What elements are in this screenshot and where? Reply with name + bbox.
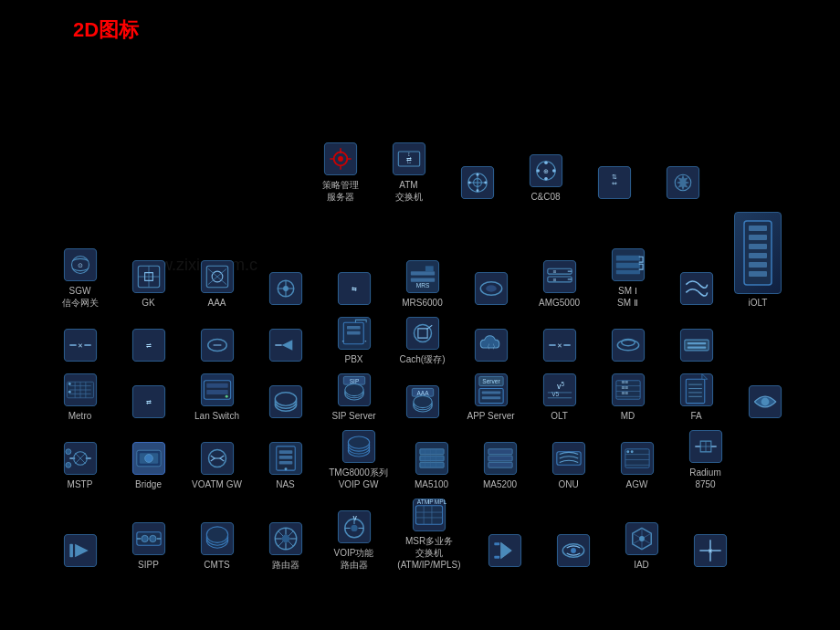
icon-sipp[interactable]: SIPP (114, 521, 183, 571)
label-ma5100: MA5100 (415, 478, 448, 490)
icons-container: * 策略管理服务器 ↔ ↕ ⇄ ATM交换机 (46, 142, 813, 578)
label-sgw: SGW信令网关 (62, 285, 99, 309)
icon-router[interactable]: 路由器 (251, 521, 320, 571)
icon-voatm-gw[interactable]: VOATM GW (183, 441, 251, 490)
icon-policy-mgr[interactable]: * 策略管理服务器 (306, 142, 374, 203)
icon-r3-8[interactable]: ✕ (525, 328, 593, 365)
icon-r7[interactable] (662, 271, 730, 309)
icon-msr[interactable]: ATM IP MPLS MSR多业务交换机(ATM/IP/MPLS) (388, 498, 470, 571)
svg-text:V: V (352, 515, 357, 521)
svg-text:AAA: AAA (416, 390, 429, 396)
icon-iad[interactable]: IAD (607, 521, 676, 571)
icon-mrs6000[interactable]: MRS MRS6000 (388, 259, 457, 309)
label-iad: IAD (634, 559, 649, 571)
icon-r6-7[interactable] (470, 533, 539, 571)
svg-point-137 (344, 383, 362, 395)
icon-fa[interactable]: FA (662, 373, 730, 422)
icon-unnamed3[interactable] (648, 165, 717, 203)
svg-point-143 (413, 395, 431, 407)
icon-r3-3[interactable] (183, 328, 251, 365)
svg-rect-78 (749, 271, 767, 277)
icon-nas[interactable]: NAS (251, 441, 320, 490)
icon-lan-switch[interactable]: Lan Switch (183, 373, 251, 422)
icon-sgw[interactable]: ⊙ SGW信令网关 (46, 247, 114, 309)
svg-rect-109 (687, 342, 705, 344)
icon-cmts[interactable]: CMTS (183, 521, 251, 571)
icon-amg5000[interactable]: ≡ ≡ AMG5000 (525, 259, 593, 309)
icon-cloud[interactable]: 〈 〉 (457, 328, 525, 365)
icon-md[interactable]: ≡≡ ≡≡ ≡≡ MD (593, 373, 662, 422)
label-router: 路由器 (272, 559, 299, 571)
icon-cache[interactable]: Cach(缓存) (388, 316, 457, 365)
svg-point-177 (65, 449, 70, 455)
icon-olt[interactable]: V 5 V5 OLT (525, 373, 593, 422)
icon-play-icon[interactable] (46, 533, 114, 571)
svg-text:⇌: ⇌ (146, 342, 152, 349)
svg-point-127 (225, 395, 227, 398)
svg-point-18 (476, 173, 478, 176)
icon-unnamed2[interactable]: ⇔ ⇅ (580, 165, 648, 203)
svg-rect-70 (615, 270, 639, 274)
icon-iolt[interactable]: iOLT (730, 212, 785, 309)
svg-rect-225 (69, 544, 73, 558)
svg-rect-76 (749, 253, 767, 258)
svg-point-275 (639, 536, 645, 541)
icon-gk[interactable]: GK (114, 259, 183, 309)
svg-text:⊕: ⊕ (543, 168, 549, 174)
label-ma5200: MA5200 (483, 478, 517, 490)
icon-r3-4[interactable] (251, 328, 320, 365)
icon-voip-router[interactable]: V VOIP功能路由器 (320, 509, 388, 571)
icon-r4[interactable] (251, 271, 320, 309)
svg-text:⇅: ⇅ (612, 173, 617, 180)
svg-rect-199 (419, 456, 443, 461)
svg-text:MPLS: MPLS (435, 499, 446, 505)
icon-r6[interactable] (457, 271, 525, 309)
icon-r3-1[interactable]: ✕ (46, 328, 114, 365)
icon-r4-11[interactable] (730, 384, 799, 422)
svg-rect-190 (278, 461, 292, 465)
icon-r4-4[interactable] (251, 384, 320, 422)
icon-bridge[interactable]: Bridge (114, 441, 183, 490)
svg-text:⊙: ⊙ (78, 262, 83, 268)
icon-r6-10[interactable]: ✕ (676, 533, 744, 571)
icon-r3-10[interactable] (662, 328, 730, 365)
icon-r6-8[interactable] (539, 533, 607, 571)
icon-app-server[interactable]: Server APP Server (457, 373, 525, 422)
svg-rect-55 (410, 271, 434, 275)
icon-ma5100[interactable]: MA5100 (397, 441, 466, 490)
svg-rect-206 (488, 456, 511, 461)
icon-tmg8000[interactable]: TMG8000系列VOIP GW (320, 429, 397, 490)
label-mrs6000: MRS6000 (402, 297, 442, 309)
icon-cc08[interactable]: ⊕ C&C08 (511, 153, 580, 203)
icon-r3-2[interactable]: ⇌ (114, 328, 183, 365)
svg-rect-74 (749, 235, 767, 240)
svg-text:≡≡: ≡≡ (621, 390, 628, 396)
icon-ma5200[interactable]: MA5200 (466, 441, 534, 490)
svg-rect-95 (406, 317, 438, 349)
icon-sm12[interactable]: SM ⅠSM Ⅱ (593, 247, 662, 309)
row-5: MSTP Bridge VOATM GW (46, 429, 813, 490)
icon-metro[interactable]: Metro (46, 373, 114, 422)
label-voip-router: VOIP功能路由器 (334, 547, 374, 571)
icon-unnamed1[interactable] (443, 165, 511, 203)
label-onu: ONU (558, 478, 578, 490)
svg-point-228 (141, 535, 147, 541)
icon-onu[interactable]: ONU (534, 441, 603, 490)
icon-agw[interactable]: AGW (603, 441, 671, 490)
svg-rect-125 (206, 383, 227, 388)
icon-pbx[interactable]: PBX (320, 316, 388, 365)
icon-mstp[interactable]: MSTP (46, 441, 114, 490)
icon-atm-switch[interactable]: ↔ ↕ ⇄ ATM交换机 (374, 142, 443, 203)
label-bridge: Bridge (135, 478, 162, 490)
icon-r3-9[interactable] (593, 328, 662, 365)
icon-radium8750[interactable]: Radium8750 (671, 429, 740, 490)
icon-r5[interactable]: ⇆ (320, 271, 388, 309)
label-sip-server: SIP Server (331, 410, 375, 422)
svg-rect-148 (481, 391, 499, 394)
svg-text:SIP: SIP (349, 378, 359, 384)
label-cmts: CMTS (204, 559, 229, 571)
icon-aaa[interactable]: AAA (183, 259, 251, 309)
icon-sip-server[interactable]: SIP SIP Server (320, 373, 388, 422)
icon-aaa-server[interactable]: AAA (388, 384, 457, 422)
icon-r4-2[interactable]: ⇄ (114, 384, 183, 422)
